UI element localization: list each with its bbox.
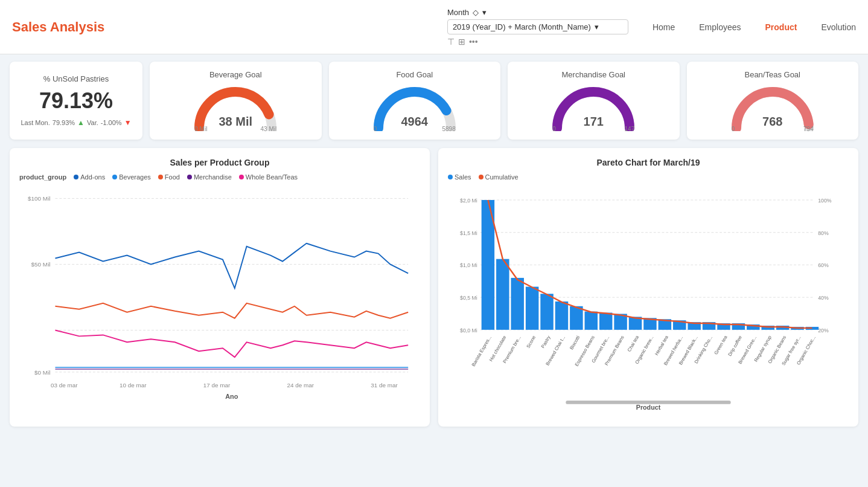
svg-text:20%: 20% xyxy=(818,327,829,334)
sales-per-product-chart: Sales per Product Group product_group Ad… xyxy=(10,148,430,427)
svg-text:03 de mar: 03 de mar xyxy=(51,382,78,389)
dropdown-arrow: ▾ xyxy=(595,22,599,31)
food-goal-card: Food Goal 4964 0 5898 xyxy=(329,62,501,140)
legend-food: Food xyxy=(158,173,180,181)
legend-sales: Sales xyxy=(448,173,471,181)
beanteas-value: 768 xyxy=(762,115,782,129)
food-value: 4964 xyxy=(401,115,429,129)
svg-text:Barista Espres...: Barista Espres... xyxy=(471,335,493,367)
svg-text:Drip coffee: Drip coffee xyxy=(727,335,743,357)
svg-text:Biscotti: Biscotti xyxy=(569,335,581,350)
more-icon[interactable]: ••• xyxy=(469,37,478,47)
main-nav: Home Employees Product Evolution xyxy=(653,22,856,32)
legend-cumulative: Cumulative xyxy=(479,173,519,181)
beverage-goal-title: Beverage Goal xyxy=(159,70,312,79)
svg-text:31 de mar: 31 de mar xyxy=(371,382,398,389)
svg-text:Chai tea: Chai tea xyxy=(627,334,640,352)
sales-line-chart: $100 Mil $50 Mil $0 Mil 03 de mar 10 de … xyxy=(19,185,420,403)
filter-label-text: Month xyxy=(447,8,469,17)
svg-text:60%: 60% xyxy=(818,262,829,268)
svg-text:Green tea: Green tea xyxy=(713,334,728,355)
food-max: 5898 xyxy=(442,126,456,132)
beanteas-max: 794 xyxy=(803,126,814,132)
bar-1 xyxy=(496,259,509,330)
food-min: 0 xyxy=(374,126,377,132)
beverage-min: 0 Mil xyxy=(194,126,207,132)
nav-home[interactable]: Home xyxy=(653,22,675,32)
beverage-value: 38 Mil xyxy=(219,115,252,129)
bar-6 xyxy=(570,306,582,330)
filter-icon[interactable]: ⊤ xyxy=(447,37,455,47)
beanteas-min: 0 xyxy=(732,126,735,132)
svg-text:$1,5 Mi: $1,5 Mi xyxy=(460,230,477,236)
beverage-goal-card: Beverage Goal 38 Mil 0 Mil 43 Mil xyxy=(150,62,322,140)
last-mon-value: 79.93% xyxy=(53,119,75,126)
svg-text:$2,0 Mi: $2,0 Mi xyxy=(460,198,477,204)
merchandise-gauge: 171 0 147 xyxy=(551,83,636,131)
merchandise-max: 147 xyxy=(625,126,635,132)
filter-action-icons: ⊤ ⊞ ••• xyxy=(447,37,628,47)
svg-text:17 de mar: 17 de mar xyxy=(203,382,231,389)
svg-text:$0 Mil: $0 Mil xyxy=(34,369,50,376)
app-logo: Sales Analysis xyxy=(12,19,104,35)
merchandise-value: 171 xyxy=(584,115,604,129)
svg-text:40%: 40% xyxy=(818,295,829,301)
up-arrow-icon: ▲ xyxy=(77,118,85,127)
filter-value: 2019 (Year_ID) + March (Month_Name) xyxy=(453,22,591,31)
merchandise-min: 0 xyxy=(552,126,556,132)
svg-text:100%: 100% xyxy=(818,198,832,204)
last-mon-label: Last Mon. xyxy=(21,119,49,126)
merchandise-goal-card: Merchandise Goal 171 0 147 xyxy=(508,62,680,140)
legend-wholebean: Whole Bean/Teas xyxy=(239,173,298,181)
svg-text:24 de mar: 24 de mar xyxy=(287,382,314,389)
bar-7 xyxy=(585,312,598,330)
beverage-max: 43 Mil xyxy=(261,126,277,132)
legend-addons: Add-ons xyxy=(74,173,105,181)
filter-label: Month ◇ ▾ xyxy=(447,8,628,17)
bar-2 xyxy=(511,278,523,330)
legend-merchandise: Merchandise xyxy=(187,173,232,181)
bar-8 xyxy=(599,313,612,330)
filter-area: Month ◇ ▾ 2019 (Year_ID) + March (Month_… xyxy=(447,8,628,47)
bottom-charts-row: Sales per Product Group product_group Ad… xyxy=(10,148,858,427)
svg-text:$50 Mil: $50 Mil xyxy=(31,261,51,268)
beverage-gauge: 38 Mil 0 Mil 43 Mil xyxy=(193,83,278,131)
top-cards-row: % UnSold Pastries 79.13% Last Mon. 79.93… xyxy=(10,62,858,140)
beanteas-goal-title: Bean/Teas Goal xyxy=(697,70,849,79)
sales-chart-title: Sales per Product Group xyxy=(19,158,420,167)
svg-text:$0,0 Mi: $0,0 Mi xyxy=(460,327,477,334)
svg-text:10 de mar: 10 de mar xyxy=(120,382,147,389)
nav-evolution[interactable]: Evolution xyxy=(821,22,856,32)
svg-text:$0,5 Mi: $0,5 Mi xyxy=(460,295,477,301)
svg-rect-52 xyxy=(566,401,730,404)
nav-product[interactable]: Product xyxy=(765,22,797,32)
food-gauge: 4964 0 5898 xyxy=(372,83,457,131)
svg-text:Herbal tea: Herbal tea xyxy=(654,334,669,356)
sales-chart-legend: product_group Add-ons Beverages Food Mer… xyxy=(19,173,420,181)
bar-5 xyxy=(555,302,568,330)
beanteas-gauge: 768 0 794 xyxy=(730,83,815,131)
svg-text:Product: Product xyxy=(636,404,661,411)
food-goal-title: Food Goal xyxy=(339,70,491,79)
unsold-value: 79.13% xyxy=(19,88,133,114)
product-group-label: product_group xyxy=(19,173,66,181)
pareto-chart: Pareto Chart for March/19 Sales Cumulati… xyxy=(438,148,858,427)
pareto-chart-legend: Sales Cumulative xyxy=(448,173,849,181)
chevron-icon: ▾ xyxy=(482,8,487,17)
pareto-chart-title: Pareto Chart for March/19 xyxy=(448,158,849,167)
legend-beverages: Beverages xyxy=(112,173,151,181)
svg-text:$100 Mil: $100 Mil xyxy=(28,195,50,202)
beanteas-goal-card: Bean/Teas Goal 768 0 794 xyxy=(687,62,859,140)
unsold-subtitle: Last Mon. 79.93% ▲ Var. -1.00% ▼ xyxy=(19,118,133,127)
diamond-icon: ◇ xyxy=(473,8,479,17)
expand-icon[interactable]: ⊞ xyxy=(458,37,465,47)
svg-text:$1,0 Mi: $1,0 Mi xyxy=(460,262,477,268)
month-filter-dropdown[interactable]: 2019 (Year_ID) + March (Month_Name) ▾ xyxy=(447,19,628,34)
var-value: -1.00% xyxy=(101,119,122,126)
svg-text:Scone: Scone xyxy=(525,335,537,349)
svg-text:Ano: Ano xyxy=(225,393,238,400)
unsold-pastries-card: % UnSold Pastries 79.13% Last Mon. 79.93… xyxy=(10,62,142,140)
nav-employees[interactable]: Employees xyxy=(699,22,741,32)
main-content: % UnSold Pastries 79.13% Last Mon. 79.93… xyxy=(0,54,868,434)
merchandise-goal-title: Merchandise Goal xyxy=(517,70,670,79)
